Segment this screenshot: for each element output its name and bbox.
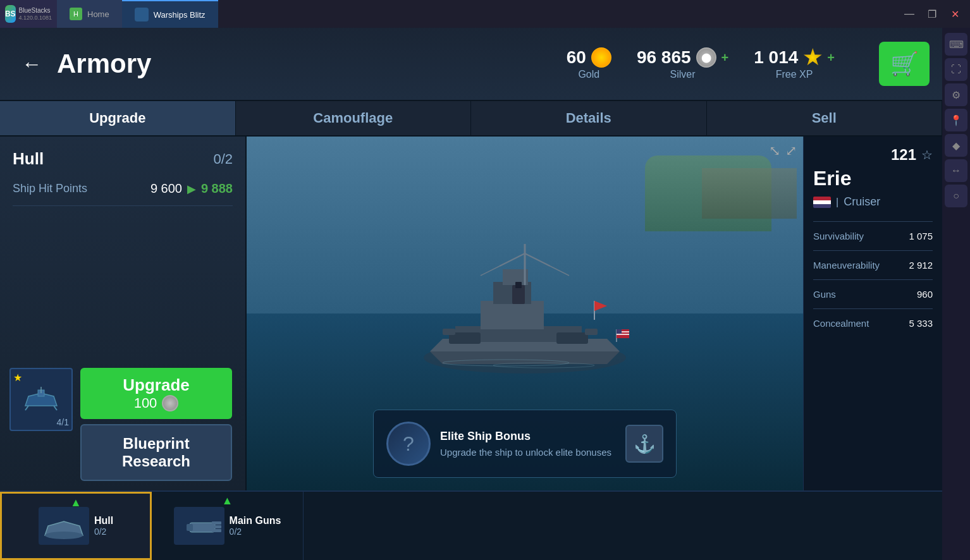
- currency-group: 60 Gold 96 865 ⬤ + Silver 1 0: [567, 42, 930, 86]
- home-tab-icon: H: [70, 8, 82, 20]
- ship-image: [392, 212, 658, 415]
- svg-rect-13: [443, 329, 455, 335]
- gold-currency: 60 Gold: [567, 47, 611, 80]
- sidebar-fullscreen-icon[interactable]: ⛶: [945, 58, 967, 81]
- ship-hp-values: 9 600 ▶ 9 888: [150, 181, 233, 196]
- ship-type-row: | Cruiser: [813, 195, 933, 209]
- ship-info-panel: 121 ☆ Erie | Cruiser Survivability 1 075…: [803, 137, 942, 490]
- shop-cart-button[interactable]: 🛒: [879, 42, 930, 86]
- sidebar-keyboard-icon[interactable]: ⌨: [945, 33, 967, 56]
- gold-icon: [591, 47, 611, 68]
- svg-point-33: [45, 532, 83, 539]
- hull-icon-svg: [42, 510, 86, 542]
- svg-rect-9: [481, 301, 544, 329]
- guns-label: Guns: [813, 289, 836, 300]
- bs-app-icon: BS: [5, 5, 16, 23]
- left-upgrade-panel: Hull 0/2 Ship Hit Points 9 600 ▶ 9 888 ★: [0, 137, 247, 490]
- ship-level: 121: [891, 146, 916, 164]
- divider-4: [813, 308, 933, 309]
- svg-rect-38: [212, 529, 221, 532]
- sidebar-location-icon[interactable]: 📍: [945, 109, 967, 131]
- game-area: ← Armory 60 Gold 96 865 ⬤ +: [0, 28, 942, 560]
- svg-line-17: [500, 253, 525, 266]
- ship-scene-panel: ⤡ ⤢ ? Elite Ship Bonus Upgrade the ship …: [247, 137, 803, 490]
- mainguns-upgrade-arrow-icon: ▲: [222, 494, 233, 508]
- svg-rect-29: [617, 329, 622, 334]
- silver-plus-icon[interactable]: +: [721, 51, 729, 65]
- collapse-icon[interactable]: ⤡: [769, 143, 780, 159]
- blueprint-research-button[interactable]: Blueprint Research: [80, 424, 232, 481]
- game-tab[interactable]: Warships Blitz: [122, 0, 218, 28]
- elite-bonus-banner: ? Elite Ship Bonus Upgrade the ship to u…: [373, 410, 677, 478]
- elite-bonus-icon: ?: [386, 422, 431, 466]
- svg-line-20: [550, 266, 569, 276]
- back-button[interactable]: ←: [13, 45, 51, 83]
- svg-rect-24: [515, 282, 522, 288]
- tab-details[interactable]: Details: [471, 101, 707, 135]
- upgrade-section: ★ 4/1 Upgrade: [9, 368, 236, 481]
- separator: |: [836, 197, 838, 208]
- bottom-mainguns-item[interactable]: ▲ Main Guns 0/2: [152, 492, 304, 560]
- ship-name: Erie: [813, 167, 933, 190]
- sidebar-rotate-icon[interactable]: ○: [945, 185, 967, 207]
- bottom-hull-item[interactable]: ▲ Hull 0/2: [0, 492, 152, 560]
- building-background: [702, 168, 797, 219]
- mainguns-item-label: Main Guns: [230, 515, 281, 527]
- mainguns-icon-svg: [177, 510, 221, 542]
- restore-btn[interactable]: ❐: [922, 5, 942, 23]
- minimize-btn[interactable]: —: [899, 5, 919, 23]
- concealment-value: 5 333: [909, 318, 933, 329]
- content-wrapper: Hull 0/2 Ship Hit Points 9 600 ▶ 9 888 ★: [0, 137, 942, 490]
- upgrade-cost-display: 100: [134, 395, 179, 411]
- ship-level-row: 121 ☆: [813, 146, 933, 164]
- svg-rect-35: [187, 524, 193, 531]
- elite-text-group: Elite Ship Bonus Upgrade the ship to unl…: [440, 430, 616, 458]
- svg-rect-34: [190, 523, 215, 532]
- expand-controls: ⤡ ⤢: [769, 143, 797, 159]
- freexp-value: 1 014: [754, 47, 798, 68]
- upgrade-button[interactable]: Upgrade 100: [80, 368, 232, 419]
- blueprint-ship-icon: [22, 384, 60, 415]
- survivability-value: 1 075: [909, 231, 933, 241]
- divider-1: [13, 205, 233, 206]
- sidebar-settings-icon[interactable]: ⚙: [945, 83, 967, 106]
- silver-cost-icon: [162, 395, 178, 411]
- game-header: ← Armory 60 Gold 96 865 ⬤ +: [0, 28, 942, 101]
- freexp-plus-icon[interactable]: +: [827, 51, 835, 65]
- ship-hp-current: 9 600: [150, 181, 182, 196]
- svg-rect-15: [585, 329, 598, 335]
- sidebar-camera-icon[interactable]: ◆: [945, 134, 967, 157]
- sidebar-resize-icon[interactable]: ↔: [945, 159, 967, 182]
- svg-rect-37: [212, 525, 221, 528]
- close-btn[interactable]: ✕: [945, 5, 965, 23]
- home-tab[interactable]: H Home: [57, 0, 122, 28]
- expand-icon[interactable]: ⤢: [785, 143, 797, 159]
- hull-item-count: 0/2: [94, 527, 113, 537]
- bluestacks-right-sidebar: ⌨ ⛶ ⚙ 📍 ◆ ↔ ○: [942, 28, 970, 560]
- elite-bonus-title: Elite Ship Bonus: [440, 430, 616, 443]
- hull-item-label: Hull: [94, 515, 113, 527]
- window-controls: — ❐ ✕: [899, 5, 970, 23]
- tab-sell[interactable]: Sell: [707, 101, 943, 135]
- tab-camouflage[interactable]: Camouflage: [236, 101, 472, 135]
- maneuverability-value: 2 912: [909, 260, 933, 271]
- tab-upgrade[interactable]: Upgrade: [0, 101, 236, 135]
- bottom-equipment-bar: ▲ Hull 0/2 ▲: [0, 490, 942, 560]
- guns-row: Guns 960: [813, 285, 933, 303]
- blueprint-count: 4/1: [57, 417, 69, 427]
- survivability-label: Survivability: [813, 231, 864, 241]
- svg-line-18: [525, 253, 550, 266]
- maneuverability-row: Maneuverability 2 912: [813, 256, 933, 274]
- silver-value: 96 865: [637, 47, 691, 68]
- ship-level-star-icon: ☆: [921, 147, 933, 162]
- ship-hp-stat-row: Ship Hit Points 9 600 ▶ 9 888: [13, 181, 233, 196]
- page-title: Armory: [57, 49, 151, 79]
- divider-stats: [813, 221, 933, 222]
- elite-bonus-description: Upgrade the ship to unlock elite bonuses: [440, 447, 616, 458]
- silver-label: Silver: [670, 69, 696, 80]
- ship-svg: [392, 212, 658, 402]
- home-tab-label: Home: [87, 9, 109, 19]
- ship-type: Cruiser: [844, 195, 880, 209]
- elite-action-button[interactable]: ⚓: [625, 425, 663, 463]
- svg-line-3: [25, 406, 28, 410]
